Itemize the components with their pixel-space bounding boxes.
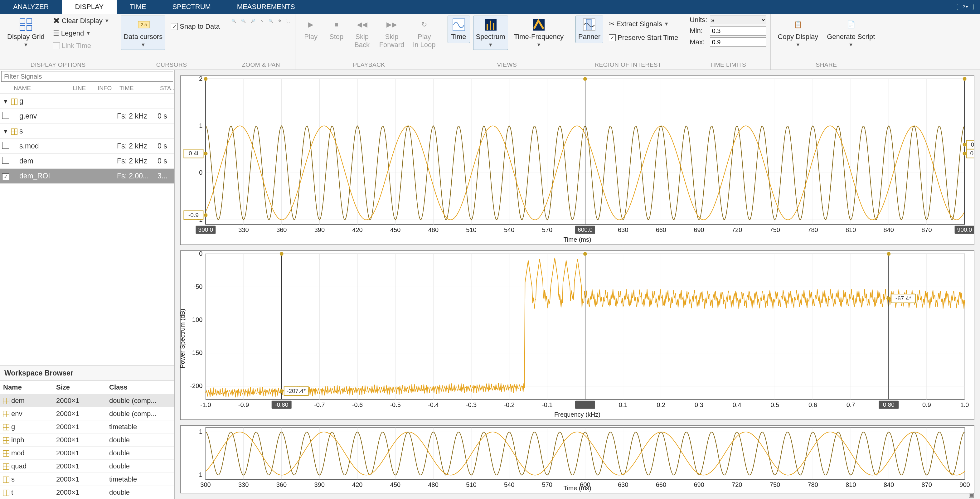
workspace-row[interactable]: env2000×1double (comp... <box>0 407 174 420</box>
svg-text:0.4i: 0.4i <box>189 150 198 157</box>
svg-text:-0.5: -0.5 <box>390 401 401 408</box>
time-frequency-view-button[interactable]: Time-Frequency▼ <box>511 16 566 50</box>
svg-text:450: 450 <box>390 481 401 488</box>
pan-icon[interactable]: ✥ <box>278 19 282 23</box>
svg-text:0: 0 <box>199 251 202 257</box>
time-view-button[interactable]: Time <box>447 16 470 43</box>
workspace-row[interactable]: mod2000×1double <box>0 447 174 460</box>
tab-display[interactable]: DISPLAY <box>62 0 117 14</box>
workspace-row[interactable]: inph2000×1double <box>0 434 174 447</box>
svg-point-152 <box>887 252 891 256</box>
pointer-icon[interactable]: ↖ <box>261 19 264 23</box>
svg-text:390: 390 <box>314 226 325 233</box>
svg-text:630: 630 <box>618 481 628 488</box>
workspace-row[interactable]: s2000×1timetable <box>0 473 174 486</box>
extract-signals-button[interactable]: ✂Extract Signals▼ <box>606 19 681 29</box>
skip-back-button[interactable]: ◀◀Skip Back <box>351 16 373 51</box>
svg-text:900.0: 900.0 <box>957 226 972 233</box>
svg-text:810: 810 <box>846 481 856 488</box>
link-time-checkbox[interactable]: Link Time <box>51 41 112 51</box>
svg-text:540: 540 <box>504 481 514 488</box>
signal-row[interactable]: ▾ s <box>0 124 174 139</box>
workspace-row[interactable]: g2000×1timetable <box>0 420 174 434</box>
units-select[interactable]: s <box>710 16 766 24</box>
display-grid-button[interactable]: Display Grid ▼ <box>4 16 48 50</box>
spectrum-plot[interactable]: -1.0-0.9-0.80-0.7-0.6-0.5-0.4-0.3-0.2-0.… <box>180 250 974 420</box>
zoom-xy-icon[interactable]: ⛶ <box>286 19 290 23</box>
svg-text:0.1: 0.1 <box>619 401 628 408</box>
time-plot[interactable]: 3003303603904204504805105405706006306606… <box>180 75 974 245</box>
svg-text:-0.1: -0.1 <box>542 401 552 408</box>
svg-text:690: 690 <box>694 481 704 488</box>
svg-text:0.7: 0.7 <box>846 401 855 408</box>
play-loop-button[interactable]: ↻Play in Loop <box>410 16 438 51</box>
cursor-icon: 2.5 <box>136 18 150 32</box>
svg-point-79 <box>204 152 207 155</box>
panner-button[interactable]: Panner <box>576 16 603 43</box>
skip-forward-button[interactable]: ▶▶Skip Forward <box>377 16 407 51</box>
panner-plot[interactable]: 3003303603904204504805105405706006306606… <box>180 425 974 493</box>
svg-text:0.2: 0.2 <box>657 401 665 408</box>
preserve-start-time-checkbox[interactable]: Preserve Start Time <box>606 32 681 43</box>
svg-text:660: 660 <box>656 481 666 488</box>
generate-script-button[interactable]: 📄Generate Script▼ <box>824 16 878 50</box>
svg-text:330: 330 <box>238 226 248 233</box>
zoom-in-x-icon[interactable]: 🔍 <box>231 19 236 23</box>
legend-button[interactable]: ☰Legend▼ <box>51 28 112 39</box>
signal-row[interactable]: dem Fs: 2 kHz 0 s <box>0 154 174 169</box>
svg-text:720: 720 <box>732 481 742 488</box>
zoom-fit-icon[interactable]: 🔍 <box>269 19 273 23</box>
svg-point-158 <box>887 297 891 300</box>
snap-to-data-checkbox[interactable]: Snap to Data <box>169 21 222 32</box>
chevron-down-icon: ▼ <box>23 42 29 48</box>
svg-point-85 <box>963 143 967 146</box>
units-label: Units: <box>690 16 707 24</box>
svg-point-148 <box>583 252 587 256</box>
signal-row[interactable]: s.mod Fs: 2 kHz 0 s <box>0 139 174 154</box>
svg-point-68 <box>204 77 207 81</box>
signal-row[interactable]: dem_ROI Fs: 2.00... 3... <box>0 169 174 184</box>
signal-row[interactable]: g.env Fs: 2 kHz 0 s <box>0 109 174 124</box>
workspace-row[interactable]: t2000×1double <box>0 486 174 499</box>
workspace-row[interactable]: quad2000×1double <box>0 460 174 473</box>
grid-icon <box>19 18 33 32</box>
tab-time[interactable]: TIME <box>117 0 159 14</box>
svg-rect-2 <box>20 25 25 30</box>
svg-text:510: 510 <box>466 481 476 488</box>
loop-icon: ↻ <box>417 18 431 32</box>
help-button[interactable]: ? ▾ <box>957 0 974 14</box>
data-cursors-button[interactable]: 2.5 Data cursors▼ <box>121 16 165 50</box>
svg-text:780: 780 <box>808 481 818 488</box>
panner-icon <box>582 18 596 32</box>
signal-row[interactable]: ▾ g <box>0 94 174 109</box>
spectrum-view-button[interactable]: Spectrum▼ <box>473 16 508 50</box>
svg-text:-0.4: -0.4 <box>428 401 439 408</box>
zoom-out-icon[interactable]: 🔎 <box>251 19 255 23</box>
svg-text:0.4: 0.4 <box>733 401 741 408</box>
copy-display-button[interactable]: 📋Copy Display▼ <box>775 16 821 50</box>
ws-col-class[interactable]: Class <box>106 381 174 394</box>
tab-analyzer[interactable]: ANALYZER <box>0 0 62 14</box>
clear-display-button[interactable]: 🗙Clear Display▼ <box>51 16 112 26</box>
stop-button[interactable]: ■Stop <box>325 16 348 43</box>
legend-icon: ☰ <box>53 29 59 37</box>
group-label: VIEWS <box>497 62 517 68</box>
svg-text:0.9: 0.9 <box>922 401 931 408</box>
clear-icon: 🗙 <box>53 17 60 25</box>
filter-signals-input[interactable] <box>1 71 173 82</box>
svg-text:480: 480 <box>428 226 439 233</box>
skip-back-icon: ◀◀ <box>355 18 369 32</box>
tab-measurements[interactable]: MEASUREMENTS <box>224 0 308 14</box>
svg-text:900: 900 <box>959 481 970 488</box>
zoom-in-y-icon[interactable]: 🔍 <box>241 19 246 23</box>
max-input[interactable] <box>710 37 766 47</box>
svg-text:750: 750 <box>770 481 780 488</box>
workspace-row[interactable]: dem2000×1double (comp... <box>0 394 174 407</box>
svg-text:1.0: 1.0 <box>960 401 969 408</box>
ws-col-size[interactable]: Size <box>53 381 106 394</box>
tab-spectrum[interactable]: SPECTRUM <box>159 0 224 14</box>
ws-col-name[interactable]: Name <box>0 381 53 394</box>
svg-text:0.4i*: 0.4i* <box>970 150 974 157</box>
min-input[interactable] <box>710 26 766 35</box>
play-button[interactable]: ▶Play <box>300 16 322 43</box>
